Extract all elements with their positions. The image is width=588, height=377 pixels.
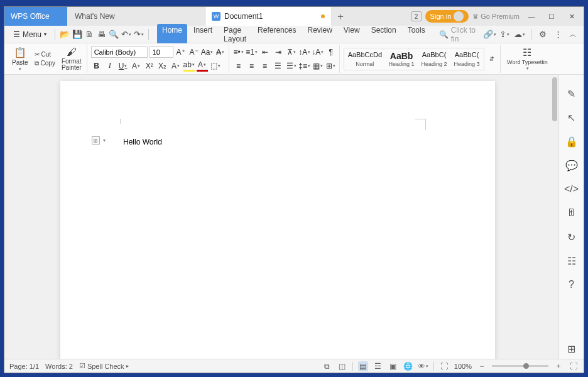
copy-button[interactable]: ⧉Copy <box>33 59 57 68</box>
underline-button[interactable]: U <box>117 60 129 72</box>
settings-icon[interactable]: ⚙ <box>537 29 548 40</box>
borders-button[interactable]: ⊞ <box>325 60 337 72</box>
sliders-icon[interactable]: 🎚 <box>565 207 578 219</box>
tab-insert[interactable]: Insert <box>188 24 217 45</box>
open-icon[interactable]: 📂 <box>60 29 70 40</box>
page[interactable]: 🗎 Hello World <box>60 81 495 359</box>
search-box[interactable]: 🔍 Click to fin <box>439 26 481 43</box>
edit-mode-icon[interactable]: ✎ <box>565 87 578 100</box>
upload-icon[interactable]: ⇪ <box>499 29 510 40</box>
maximize-button[interactable]: ☐ <box>543 8 560 25</box>
grow-font-button[interactable]: A⁺ <box>175 46 187 58</box>
strikethrough-button[interactable]: A <box>131 60 142 72</box>
reading-view-icon[interactable]: ⧉ <box>322 361 332 371</box>
text-effect-button[interactable]: A <box>170 60 182 72</box>
style-normal[interactable]: AaBbCcDd Normal <box>345 49 385 69</box>
outline-view-icon[interactable]: ☲ <box>373 361 383 371</box>
tab-view[interactable]: View <box>339 24 365 45</box>
superscript-button[interactable]: X² <box>144 60 155 72</box>
scroll-thumb[interactable] <box>552 77 557 121</box>
tab-whats-new[interactable]: What's New <box>67 7 205 26</box>
tab-wps-office[interactable]: WPS Office <box>4 7 67 26</box>
print-preview-icon[interactable]: 🔍 <box>109 29 119 40</box>
more-icon[interactable]: ⋮ <box>552 29 564 40</box>
bullets-button[interactable]: ≡• <box>233 46 244 58</box>
format-painter-button[interactable]: 🖌 Format Painter <box>59 45 84 72</box>
undo-button[interactable]: ↶ <box>121 29 131 40</box>
new-tab-button[interactable]: ＋ <box>331 7 350 26</box>
zoom-out-button[interactable]: − <box>477 361 487 371</box>
style-heading2[interactable]: AaBbC( Heading 2 <box>418 49 450 69</box>
line-spacing-button[interactable]: ‡≡ <box>299 60 310 72</box>
tab-section[interactable]: Section <box>366 24 401 45</box>
go-premium-button[interactable]: ♛ Go Premium <box>472 13 520 21</box>
char-shading-button[interactable]: ⬚ <box>210 60 221 72</box>
font-color-button[interactable]: A <box>197 60 208 72</box>
style-heading3[interactable]: AaBbC( Heading 3 <box>450 49 483 69</box>
tab-home[interactable]: Home <box>157 24 187 45</box>
collapse-ribbon-icon[interactable]: ︿ <box>567 29 579 40</box>
close-button[interactable]: ✕ <box>564 8 580 25</box>
save-icon[interactable]: 💾 <box>72 29 82 40</box>
zoom-level[interactable]: 100% <box>454 363 472 370</box>
spellcheck-toggle[interactable]: ☑ Spell Check ▸ <box>79 362 129 370</box>
decrease-indent-button[interactable]: ⇤ <box>259 46 271 58</box>
fullscreen-icon[interactable]: ⛶ <box>569 361 579 371</box>
clear-format-button[interactable]: A̶ <box>215 46 226 58</box>
bold-button[interactable]: B <box>91 60 102 72</box>
subscript-button[interactable]: X₂ <box>157 60 168 72</box>
vertical-scrollbar[interactable] <box>551 75 558 359</box>
outline-icon[interactable]: ☷ <box>565 254 578 267</box>
shading-button[interactable]: ▦ <box>312 60 324 72</box>
cloud-icon[interactable]: ☁ <box>514 29 525 40</box>
lock-icon[interactable]: 🔒 <box>565 135 578 148</box>
page-indicator[interactable]: Page: 1/1 <box>9 363 39 370</box>
tab-references[interactable]: References <box>253 24 301 45</box>
grid-icon[interactable]: ⊞ <box>565 342 578 355</box>
minimize-button[interactable]: — <box>523 8 540 25</box>
document-content[interactable]: Hello World <box>123 138 432 146</box>
highlight-button[interactable]: ab <box>183 60 195 72</box>
notification-icon[interactable]: 2 <box>411 11 422 21</box>
print-layout-icon[interactable]: ▤ <box>358 361 368 371</box>
italic-button[interactable]: I <box>104 60 116 72</box>
zoom-thumb[interactable] <box>523 363 529 369</box>
show-marks-button[interactable]: ¶ <box>325 46 337 58</box>
increase-indent-button[interactable]: ⇥ <box>273 46 284 58</box>
font-size-select[interactable] <box>150 46 173 58</box>
change-case-button[interactable]: Aa <box>202 46 213 58</box>
export-pdf-icon[interactable]: 🗎 <box>85 29 94 40</box>
document-area[interactable]: 🗎 Hello World <box>4 75 551 359</box>
web-layout-icon[interactable]: ▣ <box>388 361 398 371</box>
tab-document[interactable]: W Document1 <box>205 7 331 26</box>
share-icon[interactable]: 🔗 <box>484 29 495 40</box>
numbering-button[interactable]: ≡1 <box>246 46 258 58</box>
justify-button[interactable]: ☰ <box>273 60 284 72</box>
tab-page-layout[interactable]: Page Layout <box>219 24 251 45</box>
zoom-slider[interactable] <box>492 365 548 367</box>
text-direction-button[interactable]: ↕A <box>299 46 310 58</box>
globe-icon[interactable]: 🌐 <box>403 361 413 371</box>
focus-mode-icon[interactable]: ◫ <box>337 361 347 371</box>
align-center-button[interactable]: ≡ <box>246 60 258 72</box>
eye-icon[interactable]: 👁 <box>418 361 428 371</box>
word-count[interactable]: Words: 2 <box>45 363 73 370</box>
tab-tools[interactable]: Tools <box>403 24 430 45</box>
sort-button[interactable]: ↓A <box>312 46 324 58</box>
shrink-font-button[interactable]: A⁻ <box>188 46 200 58</box>
help-icon[interactable]: ? <box>565 278 578 291</box>
code-icon[interactable]: </> <box>565 183 578 195</box>
zoom-in-button[interactable]: + <box>553 361 564 371</box>
align-left-button[interactable]: ≡ <box>233 60 244 72</box>
distribute-button[interactable]: ☰ <box>286 60 297 72</box>
cut-button[interactable]: ✂Cut <box>33 50 57 58</box>
select-icon[interactable]: ↖ <box>565 111 578 124</box>
fit-page-icon[interactable]: ⛶ <box>439 361 449 371</box>
align-right-button[interactable]: ≡ <box>259 60 271 72</box>
tab-stops-button[interactable]: ⊼ <box>286 46 297 58</box>
redo-button[interactable]: ↷ <box>134 29 144 40</box>
paste-options-handle[interactable]: 🗎 <box>92 136 100 145</box>
font-name-select[interactable] <box>91 46 148 58</box>
comment-icon[interactable]: 💬 <box>565 159 578 172</box>
history-icon[interactable]: ↻ <box>565 231 578 243</box>
